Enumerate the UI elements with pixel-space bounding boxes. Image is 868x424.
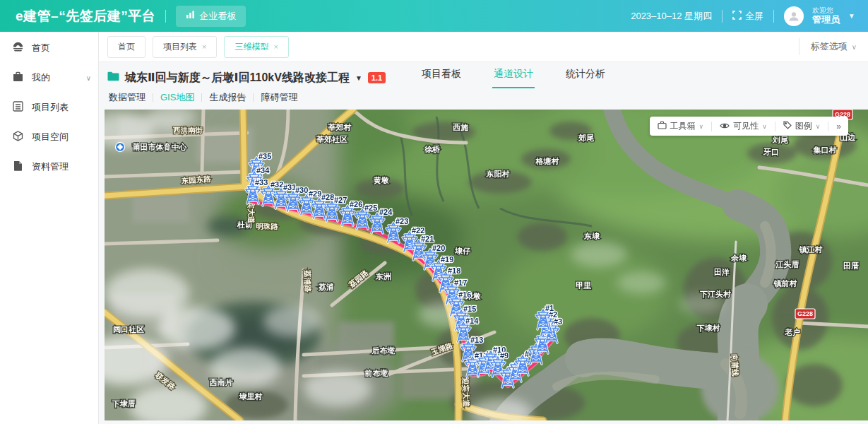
visibility-dropdown[interactable]: 可见性 ∨	[712, 117, 775, 136]
gis-map[interactable]: 西洪南街莆田市体育中心莘郊村莘郊社区西施徐桥黄墩东阳村格塘村郊尾刘尾山边牙口集口…	[105, 110, 868, 420]
place-label: 镇前村	[773, 279, 797, 288]
place-label: 东阳村	[486, 170, 510, 178]
header-divider	[165, 10, 166, 23]
place-label: 前布墘	[364, 369, 388, 377]
chevron-down-icon: ∨	[699, 123, 704, 130]
place-label: 阔口社区	[113, 325, 144, 334]
place-label: 莘郊社区	[316, 135, 347, 143]
sidebar-item-data-management[interactable]: 资料管理	[0, 152, 98, 182]
fullscreen-label: 全屏	[745, 10, 763, 23]
close-icon[interactable]: ×	[273, 42, 278, 51]
tower-label: #32	[270, 180, 283, 189]
place-label: 甲里	[576, 281, 591, 290]
avatar[interactable]	[784, 6, 804, 26]
tab-chip-project-list[interactable]: 项目列表 ×	[153, 36, 217, 58]
tower-label: #1	[545, 304, 554, 312]
toolbox-icon	[658, 121, 667, 131]
place-label: 下埭村	[697, 324, 720, 332]
place-label: 田洋	[714, 268, 730, 276]
visibility-label: 可见性	[733, 120, 759, 132]
cube-icon	[13, 131, 23, 143]
tower-label: #28	[321, 193, 334, 201]
place-label: 郊尾	[578, 134, 595, 142]
place-label: 老户	[784, 328, 800, 336]
tower-label: #17	[454, 278, 467, 287]
header-date: 2023–10–12 星期四	[631, 10, 712, 23]
header-divider	[722, 10, 723, 23]
close-icon[interactable]: ×	[202, 42, 206, 51]
tower-label: #26	[350, 200, 362, 208]
tower-label: #13	[470, 336, 483, 344]
place-label: 集口村	[813, 146, 837, 154]
username: 管理员	[812, 15, 840, 25]
tower-label: #19	[441, 255, 453, 264]
sidebar-item-label: 资料管理	[32, 160, 69, 173]
sidebar-item-project-list[interactable]: 项目列表	[0, 93, 98, 122]
toolbox-dropdown[interactable]: 工具箱 ∨	[650, 117, 712, 136]
sidebar-item-mine[interactable]: 我的 ∨	[0, 63, 98, 93]
tab-statistics[interactable]: 统计分析	[564, 62, 607, 88]
legend-dropdown[interactable]: 图例 ∨	[775, 117, 828, 136]
road-label: 向莆线	[730, 354, 739, 377]
tag-options-dropdown[interactable]: 标签选项 ∨	[799, 38, 857, 55]
tower-label: #33	[255, 178, 268, 187]
tag-options-label: 标签选项	[811, 40, 848, 53]
header-divider	[773, 10, 774, 23]
sub-tabs: 数据管理 GIS地图 生成报告 障碍管理	[99, 86, 868, 105]
tower-label: #21	[421, 235, 434, 243]
tower-label: #31	[283, 183, 296, 192]
chevron-down-icon: ∨	[762, 123, 767, 130]
subtab-gis-map[interactable]: GIS地图	[153, 91, 201, 104]
place-label: 余埭	[730, 254, 747, 262]
place-label: 镇江村	[799, 245, 823, 254]
subtab-obstacle-management[interactable]: 障碍管理	[254, 91, 304, 104]
toolbar-more-button[interactable]: »	[828, 122, 848, 131]
place-label: 莘郊村	[328, 123, 352, 131]
fullscreen-icon	[732, 11, 742, 22]
subtab-generate-report[interactable]: 生成报告	[202, 91, 253, 104]
place-label: 后布墘	[371, 346, 396, 355]
app-header: e建管–“先签后建”平台 企业看板 2023–10–12 星期四 全屏 欢迎您 …	[0, 0, 868, 32]
tab-chip-home[interactable]: 首页	[107, 36, 145, 58]
tower-label: #22	[412, 226, 424, 235]
tag-icon	[783, 121, 792, 131]
tower-label: #23	[396, 217, 408, 225]
tab-project-board[interactable]: 项目看板	[420, 62, 463, 88]
user-menu-caret-icon[interactable]: ▼	[848, 12, 855, 20]
satellite-map-canvas[interactable]: 西洪南街莆田市体育中心莘郊村莘郊社区西施徐桥黄墩东阳村格塘村郊尾刘尾山边牙口集口…	[105, 110, 868, 420]
chevron-down-icon: ∨	[852, 43, 857, 51]
tab-chip-3d-model[interactable]: 三维模型 ×	[224, 36, 288, 58]
project-title[interactable]: 城东Ⅱ回与新度～后墩Ⅰ回110kV线路改接工程	[125, 71, 350, 86]
place-label: 东埭	[583, 232, 600, 240]
sidebar-item-label: 我的	[32, 71, 50, 84]
sidebar-item-label: 项目列表	[32, 101, 69, 114]
tabs-bar: 首页 项目列表 × 三维模型 × 标签选项 ∨	[99, 32, 868, 62]
tab-chip-label: 项目列表	[163, 41, 197, 53]
fullscreen-button[interactable]: 全屏	[732, 10, 763, 23]
tower-label: #15	[463, 305, 476, 313]
tower-label: #25	[364, 204, 377, 212]
chevron-down-icon: ∨	[86, 74, 91, 82]
user-info[interactable]: 欢迎您 管理员	[812, 6, 840, 25]
tab-channel-design[interactable]: 通道设计	[492, 62, 535, 88]
sidebar-item-home[interactable]: 首页	[0, 33, 98, 63]
place-label: 下江头村	[700, 290, 731, 298]
toolbox-label: 工具箱	[670, 120, 696, 132]
place-label: 东洲	[375, 272, 391, 281]
sidebar-item-project-space[interactable]: 项目空间	[0, 122, 98, 152]
place-label: 田厝	[843, 261, 859, 270]
stadium-poi-icon[interactable]	[116, 143, 125, 152]
tower-label: #16	[458, 290, 471, 299]
home-icon	[13, 42, 23, 54]
enterprise-dashboard-button[interactable]: 企业看板	[176, 6, 246, 27]
tower-label: #34	[256, 166, 270, 175]
place-label: 黄墩	[373, 176, 389, 185]
subtab-data-management[interactable]: 数据管理	[107, 91, 153, 104]
place-label: 西施	[452, 123, 469, 131]
tower-label: #30	[295, 186, 308, 194]
version-badge: 1.1	[368, 72, 386, 83]
place-label: 格塘村	[535, 157, 559, 165]
place-label: 徐桥	[424, 145, 441, 153]
tower-label: #18	[448, 266, 460, 275]
project-caret-icon[interactable]: ▼	[355, 74, 362, 82]
